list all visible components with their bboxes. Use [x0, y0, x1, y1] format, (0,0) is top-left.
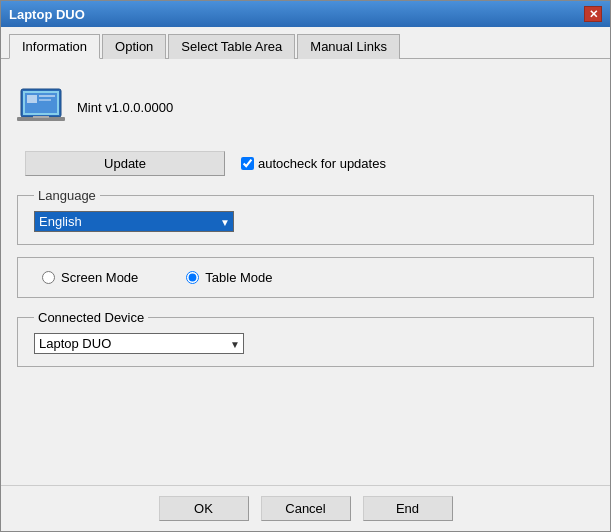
svg-rect-3: [27, 95, 37, 103]
language-select-wrapper: English French German Spanish: [34, 211, 234, 232]
table-mode-text: Table Mode: [205, 270, 272, 285]
tab-bar: Information Option Select Table Area Man…: [1, 27, 610, 59]
svg-rect-5: [39, 99, 51, 101]
language-section: Language English French German Spanish: [17, 188, 594, 245]
update-section: Update autocheck for updates: [17, 151, 594, 176]
tab-option[interactable]: Option: [102, 34, 166, 59]
version-label: Mint v1.0.0.0000: [77, 100, 173, 115]
device-select[interactable]: Laptop DUO: [34, 333, 244, 354]
update-button[interactable]: Update: [25, 151, 225, 176]
table-mode-label[interactable]: Table Mode: [186, 270, 272, 285]
screen-mode-label[interactable]: Screen Mode: [42, 270, 138, 285]
cancel-button[interactable]: Cancel: [261, 496, 351, 521]
close-button[interactable]: ✕: [584, 6, 602, 22]
svg-rect-7: [33, 116, 49, 118]
screen-mode-text: Screen Mode: [61, 270, 138, 285]
autocheck-text: autocheck for updates: [258, 156, 386, 171]
autocheck-checkbox[interactable]: [241, 157, 254, 170]
main-window: Laptop DUO ✕ Information Option Select T…: [0, 0, 611, 532]
device-legend: Connected Device: [34, 310, 148, 325]
footer: OK Cancel End: [1, 485, 610, 531]
device-select-wrapper: Laptop DUO: [34, 333, 244, 354]
language-select[interactable]: English French German Spanish: [34, 211, 234, 232]
tab-select-table-area[interactable]: Select Table Area: [168, 34, 295, 59]
title-bar: Laptop DUO ✕: [1, 1, 610, 27]
content-area: Mint v1.0.0.0000 Update autocheck for up…: [1, 59, 610, 485]
tab-manual-links[interactable]: Manual Links: [297, 34, 400, 59]
screen-mode-radio[interactable]: [42, 271, 55, 284]
ok-button[interactable]: OK: [159, 496, 249, 521]
end-button[interactable]: End: [363, 496, 453, 521]
app-info-section: Mint v1.0.0.0000: [17, 75, 594, 139]
svg-rect-4: [39, 95, 55, 97]
autocheck-label[interactable]: autocheck for updates: [241, 156, 386, 171]
mode-section: Screen Mode Table Mode: [17, 257, 594, 298]
table-mode-radio[interactable]: [186, 271, 199, 284]
window-title: Laptop DUO: [9, 7, 85, 22]
language-legend: Language: [34, 188, 100, 203]
device-section: Connected Device Laptop DUO: [17, 310, 594, 367]
app-icon: [17, 83, 65, 131]
tab-information[interactable]: Information: [9, 34, 100, 59]
